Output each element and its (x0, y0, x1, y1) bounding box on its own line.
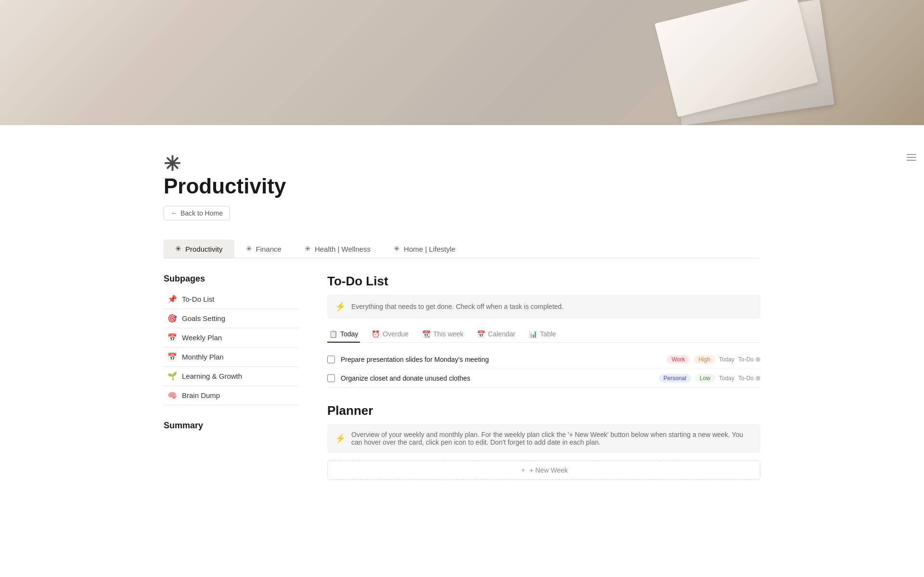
task2-meta: Personal Low Today To-Do (659, 374, 760, 383)
filter-overdue-icon: ⏰ (372, 330, 380, 338)
filter-thisweek[interactable]: 📆 This week (420, 326, 465, 343)
task2-status: To-Do (738, 375, 760, 382)
task1-date: Today (719, 356, 734, 363)
filter-calendar[interactable]: 📅 Calendar (475, 326, 517, 343)
filter-today-label: Today (340, 330, 358, 338)
task1-checkbox[interactable] (327, 356, 335, 363)
task1-status-text: To-Do (738, 356, 754, 363)
brain-icon: 🧠 (167, 391, 177, 400)
sidebar-item-goals[interactable]: 🎯 Goals Setting (164, 309, 298, 328)
sidebar-item-monthly[interactable]: 📅 Monthly Plan (164, 347, 298, 367)
filter-table-label: Table (540, 330, 556, 338)
learning-icon: 🌱 (167, 372, 177, 381)
scrollbar[interactable] (907, 154, 916, 161)
sidebar-item-todo[interactable]: 📌 To-Do List (164, 290, 298, 309)
nav-tab-home-icon: ✳ (394, 244, 400, 253)
sidebar-item-weekly-label: Weekly Plan (182, 333, 222, 342)
filter-table[interactable]: 📊 Table (527, 326, 558, 343)
planner-section-title: Planner (327, 403, 760, 418)
subpages-title: Subpages (164, 274, 298, 284)
nav-tab-finance-icon: ✳ (246, 244, 252, 253)
table-row: Prepare presentation slides for Monday's… (327, 350, 760, 369)
todo-section: To-Do List ⚡ Everything that needs to ge… (327, 274, 760, 388)
planner-info-text: Overview of your weekly and monthly plan… (351, 431, 753, 446)
hero-banner (0, 0, 924, 125)
nav-tab-health-icon: ✳ (305, 244, 311, 253)
task1-status-dot (756, 357, 760, 362)
weekly-icon: 📅 (167, 333, 177, 342)
goals-icon: 🎯 (167, 314, 177, 323)
nav-tab-finance[interactable]: ✳ Finance (234, 240, 293, 258)
sidebar-item-monthly-label: Monthly Plan (182, 353, 224, 361)
filter-today-icon: 📋 (329, 330, 337, 338)
todo-info-text: Everything that needs to get done. Check… (351, 303, 564, 310)
task1-text: Prepare presentation slides for Monday's… (341, 356, 661, 363)
task2-priority-tag: Low (695, 374, 715, 383)
filter-tabs: 📋 Today ⏰ Overdue 📆 This week 📅 Calendar (327, 326, 760, 343)
monthly-icon: 📅 (167, 352, 177, 361)
sidebar-item-learning[interactable]: 🌱 Learning & Growth (164, 367, 298, 386)
task2-date: Today (719, 375, 734, 382)
new-week-button[interactable]: ＋ + New Week (327, 461, 760, 480)
new-week-label: + New Week (529, 466, 568, 474)
sidebar-item-brain[interactable]: 🧠 Brain Dump (164, 386, 298, 405)
nav-tab-home[interactable]: ✳ Home | Lifestyle (382, 240, 467, 258)
task1-priority-tag: High (693, 355, 715, 364)
back-arrow-icon: ← (171, 209, 178, 217)
page-icon: ✳ (164, 154, 180, 174)
todo-section-title: To-Do List (327, 274, 760, 289)
filter-today[interactable]: 📋 Today (327, 326, 360, 343)
nav-tab-finance-label: Finance (256, 245, 282, 253)
filter-thisweek-label: This week (433, 330, 463, 338)
todo-info-box: ⚡ Everything that needs to get done. Che… (327, 295, 760, 319)
planner-info-box: ⚡ Overview of your weekly and monthly pl… (327, 424, 760, 453)
planner-lightning-icon: ⚡ (335, 433, 346, 444)
task2-checkbox[interactable] (327, 374, 335, 382)
task2-status-dot (756, 376, 760, 381)
todo-icon: 📌 (167, 295, 177, 304)
filter-overdue[interactable]: ⏰ Overdue (370, 326, 411, 343)
table-row: Organize closet and donate unused clothe… (327, 369, 760, 388)
sidebar-item-goals-label: Goals Setting (182, 314, 225, 322)
lightning-icon: ⚡ (335, 301, 346, 312)
filter-calendar-label: Calendar (488, 330, 515, 338)
back-to-home-button[interactable]: ← Back to Home (164, 206, 230, 220)
filter-thisweek-icon: 📆 (422, 330, 430, 338)
scroll-line-3 (907, 160, 916, 161)
nav-tab-productivity[interactable]: ✳ Productivity (164, 240, 234, 258)
back-button-label: Back to Home (180, 209, 223, 217)
sidebar: Subpages 📌 To-Do List 🎯 Goals Setting 📅 … (164, 274, 298, 480)
main-content: To-Do List ⚡ Everything that needs to ge… (327, 274, 760, 480)
sidebar-item-brain-label: Brain Dump (182, 391, 220, 399)
task2-status-text: To-Do (738, 375, 754, 382)
new-week-plus-icon: ＋ (520, 466, 526, 474)
task2-text: Organize closet and donate unused clothe… (341, 374, 653, 382)
nav-tab-health[interactable]: ✳ Health | Wellness (293, 240, 382, 258)
nav-tab-home-label: Home | Lifestyle (404, 245, 455, 253)
planner-section: Planner ⚡ Overview of your weekly and mo… (327, 403, 760, 480)
main-nav: ✳ Productivity ✳ Finance ✳ Health | Well… (164, 240, 760, 258)
page-title: Productivity (164, 174, 760, 198)
scroll-line-1 (907, 154, 916, 155)
content-layout: Subpages 📌 To-Do List 🎯 Goals Setting 📅 … (164, 274, 760, 480)
task1-category-tag: Work (667, 355, 690, 364)
nav-tab-productivity-icon: ✳ (175, 244, 181, 253)
sidebar-item-todo-label: To-Do List (182, 295, 215, 303)
title-section: ✳ Productivity ← Back to Home (164, 125, 760, 228)
summary-title: Summary (164, 421, 298, 431)
task2-category-tag: Personal (659, 374, 691, 383)
nav-tab-productivity-label: Productivity (185, 245, 223, 253)
filter-table-icon: 📊 (529, 330, 537, 338)
nav-tab-health-label: Health | Wellness (315, 245, 371, 253)
sidebar-item-learning-label: Learning & Growth (182, 372, 242, 380)
filter-calendar-icon: 📅 (477, 330, 485, 338)
sidebar-item-weekly[interactable]: 📅 Weekly Plan (164, 328, 298, 347)
task1-meta: Work High Today To-Do (667, 355, 760, 364)
filter-overdue-label: Overdue (383, 330, 409, 338)
task1-status: To-Do (738, 356, 760, 363)
scroll-line-2 (907, 157, 916, 158)
